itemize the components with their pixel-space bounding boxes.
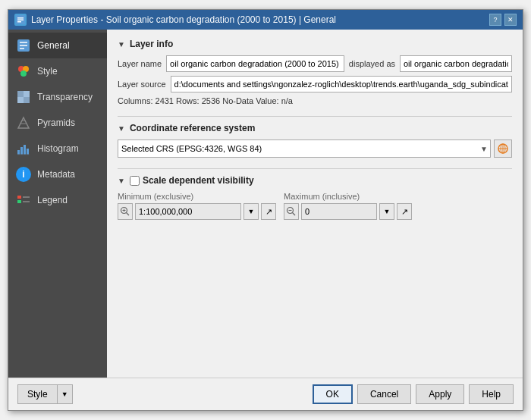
sidebar-label-legend: Legend bbox=[37, 195, 68, 205]
svg-rect-2 bbox=[17, 20, 24, 21]
scale-min-input[interactable] bbox=[135, 203, 241, 220]
sidebar-label-histogram: Histogram bbox=[37, 143, 79, 154]
apply-button[interactable]: Apply bbox=[416, 384, 464, 404]
style-icon bbox=[16, 64, 31, 79]
window-title: Layer Properties - Soil organic carbon d… bbox=[31, 14, 336, 25]
displayed-as-input[interactable] bbox=[400, 55, 512, 72]
crs-section: ▼ Coordinate reference system Selected C… bbox=[118, 123, 512, 158]
scale-min-input-row: ▼ ↗ bbox=[118, 203, 276, 220]
sidebar-item-style[interactable]: Style bbox=[8, 58, 107, 84]
sidebar: General Style bbox=[8, 30, 107, 378]
scale-min-dropdown-btn[interactable]: ▼ bbox=[244, 203, 259, 220]
scale-visibility-header: ▼ Scale dependent visibility bbox=[118, 175, 512, 186]
style-dropdown-btn[interactable]: ▼ bbox=[58, 384, 73, 404]
close-title-btn[interactable]: ✕ bbox=[504, 14, 517, 26]
scale-inputs: Minimum (exclusive) bbox=[118, 192, 512, 220]
scale-max-dropdown-btn[interactable]: ▼ bbox=[379, 203, 394, 220]
sidebar-item-general[interactable]: General bbox=[8, 33, 107, 58]
help-button[interactable]: Help bbox=[469, 384, 514, 404]
layer-name-input[interactable] bbox=[166, 55, 344, 72]
svg-rect-3 bbox=[17, 21, 21, 23]
sidebar-label-pyramids: Pyramids bbox=[37, 118, 75, 128]
svg-line-30 bbox=[127, 213, 130, 216]
scale-max-input[interactable] bbox=[301, 203, 377, 220]
layer-source-input[interactable] bbox=[171, 76, 512, 92]
title-bar-controls: ? ✕ bbox=[489, 14, 517, 26]
style-button[interactable]: Style bbox=[17, 384, 58, 404]
svg-rect-16 bbox=[17, 150, 20, 155]
crs-header: ▼ Coordinate reference system bbox=[118, 123, 512, 133]
title-bar: Layer Properties - Soil organic carbon d… bbox=[8, 10, 523, 30]
scale-max-input-row: ▼ ↗ bbox=[284, 203, 412, 220]
svg-rect-18 bbox=[24, 145, 26, 155]
scale-max-zoom-icon[interactable] bbox=[284, 203, 299, 220]
sidebar-item-histogram[interactable]: Histogram bbox=[8, 136, 107, 161]
layer-info-header: ▼ Layer info bbox=[118, 39, 512, 49]
layer-name-label: Layer name bbox=[118, 59, 162, 68]
style-dropdown-arrow-icon: ▼ bbox=[61, 390, 68, 398]
divider-2 bbox=[118, 168, 512, 169]
cancel-button-label: Cancel bbox=[370, 389, 398, 400]
scale-min-label: Minimum (exclusive) bbox=[118, 192, 276, 201]
sidebar-label-transparency: Transparency bbox=[37, 92, 93, 102]
displayed-as-label: displayed as bbox=[349, 59, 395, 68]
ok-button-label: OK bbox=[326, 389, 339, 400]
histogram-icon bbox=[16, 141, 31, 156]
app-icon bbox=[14, 14, 27, 26]
svg-point-7 bbox=[20, 71, 27, 77]
help-title-btn[interactable]: ? bbox=[489, 14, 501, 26]
scale-visibility-checkbox[interactable] bbox=[130, 176, 140, 186]
scale-visibility-title: Scale dependent visibility bbox=[143, 175, 254, 186]
svg-marker-13 bbox=[18, 118, 29, 128]
layer-info-section: ▼ Layer info Layer name displayed as Lay… bbox=[118, 39, 512, 105]
layer-source-label: Layer source bbox=[118, 80, 166, 89]
style-button-label: Style bbox=[27, 389, 48, 400]
cancel-button[interactable]: Cancel bbox=[357, 384, 411, 404]
help-button-label: Help bbox=[482, 389, 501, 400]
crs-select-button[interactable] bbox=[494, 139, 512, 158]
columns-info: Columns: 2431 Rows: 2536 No-Data Value: … bbox=[118, 96, 512, 105]
legend-icon bbox=[16, 193, 31, 208]
svg-rect-1 bbox=[17, 17, 24, 19]
scale-visibility-section: ▼ Scale dependent visibility Minimum (ex… bbox=[118, 175, 512, 220]
scale-visibility-arrow: ▼ bbox=[118, 177, 125, 185]
layer-source-row: Layer source bbox=[118, 76, 512, 92]
sidebar-label-general: General bbox=[37, 40, 70, 51]
scale-min-arrow-btn[interactable]: ↗ bbox=[261, 203, 276, 220]
apply-button-label: Apply bbox=[429, 389, 451, 400]
action-buttons: OK Cancel Apply Help bbox=[313, 384, 514, 404]
layer-info-title: Layer info bbox=[130, 39, 173, 49]
scale-min-group: Minimum (exclusive) bbox=[118, 192, 276, 220]
sidebar-item-transparency[interactable]: Transparency bbox=[8, 84, 107, 110]
crs-row: Selected CRS (EPSG:4326, WGS 84) ▼ bbox=[118, 139, 512, 158]
crs-title: Coordinate reference system bbox=[130, 123, 255, 133]
scale-min-zoom-icon[interactable] bbox=[118, 203, 133, 220]
style-button-group: Style ▼ bbox=[17, 384, 73, 404]
main-window: Layer Properties - Soil organic carbon d… bbox=[8, 9, 523, 411]
svg-rect-22 bbox=[17, 200, 21, 203]
ok-button[interactable]: OK bbox=[313, 384, 353, 404]
general-icon bbox=[16, 38, 31, 53]
crs-select-wrapper: Selected CRS (EPSG:4326, WGS 84) ▼ bbox=[118, 139, 491, 158]
sidebar-item-metadata[interactable]: i Metadata bbox=[8, 161, 107, 187]
scale-max-arrow-btn[interactable]: ↗ bbox=[397, 203, 412, 220]
sidebar-item-legend[interactable]: Legend bbox=[8, 187, 107, 213]
crs-select[interactable]: Selected CRS (EPSG:4326, WGS 84) bbox=[118, 139, 491, 158]
window-body: General Style bbox=[8, 30, 523, 378]
layer-info-arrow: ▼ bbox=[118, 40, 125, 49]
svg-rect-17 bbox=[20, 147, 23, 155]
scale-max-group: Maximum (inclusive) ▼ ↗ bbox=[284, 192, 412, 220]
scale-visibility-label: Scale dependent visibility bbox=[130, 175, 254, 186]
scale-max-label: Maximum (inclusive) bbox=[284, 192, 412, 201]
bottom-bar: Style ▼ OK Cancel Apply Help bbox=[8, 378, 523, 410]
title-bar-left: Layer Properties - Soil organic carbon d… bbox=[14, 14, 336, 26]
sidebar-label-metadata: Metadata bbox=[37, 169, 75, 180]
sidebar-item-pyramids[interactable]: Pyramids bbox=[8, 110, 107, 136]
divider-1 bbox=[118, 116, 512, 117]
main-content: ▼ Layer info Layer name displayed as Lay… bbox=[107, 30, 523, 378]
svg-rect-21 bbox=[17, 196, 21, 199]
layer-name-row: Layer name displayed as bbox=[118, 55, 512, 72]
metadata-icon: i bbox=[16, 167, 31, 182]
svg-rect-12 bbox=[17, 91, 30, 103]
sidebar-label-style: Style bbox=[37, 66, 58, 77]
